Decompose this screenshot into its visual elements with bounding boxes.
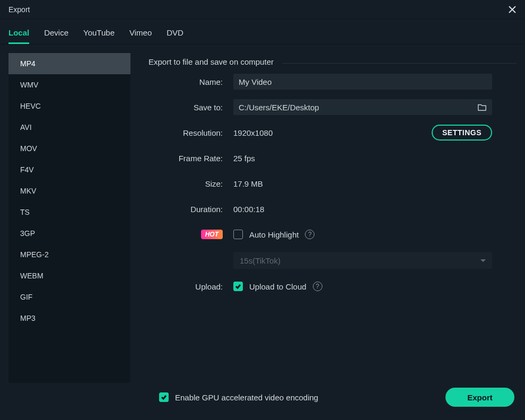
divider [282,63,517,64]
format-mp3[interactable]: MP3 [8,308,130,329]
format-hevc[interactable]: HEVC [8,95,130,117]
hot-badge: HOT [201,230,223,239]
export-button[interactable]: Export [445,388,514,407]
duration-value: 00:00:18 [233,205,264,214]
upload-cloud-label: Upload to Cloud [249,282,307,291]
format-gif[interactable]: GIF [8,286,130,308]
format-mp4[interactable]: MP4 [8,53,130,74]
format-mov[interactable]: MOV [8,138,130,159]
saveto-input[interactable] [233,99,492,115]
format-webm[interactable]: WEBM [8,265,130,286]
folder-icon[interactable] [477,102,487,112]
framerate-value: 25 fps [233,154,255,163]
format-ts[interactable]: TS [8,202,130,223]
help-icon[interactable]: ? [305,230,314,239]
name-input[interactable] [233,74,492,90]
label-name: Name: [148,77,223,86]
tab-vimeo[interactable]: Vimeo [129,28,152,44]
export-tabs: Local Device YouTube Vimeo DVD [0,19,525,45]
highlight-preset-select: 15s(TikTok) [233,252,492,269]
auto-highlight-label: Auto Highlight [249,230,299,239]
tab-dvd[interactable]: DVD [167,28,183,44]
highlight-preset-value: 15s(TikTok) [240,256,281,265]
label-size: Size: [148,179,223,188]
tab-local[interactable]: Local [8,28,29,44]
close-icon[interactable] [506,3,519,16]
label-resolution: Resolution: [148,128,223,137]
resolution-value: 1920x1080 [233,128,421,137]
export-window: Export Local Device YouTube Vimeo DVD MP… [0,0,525,420]
gpu-checkbox[interactable] [159,392,169,402]
chevron-down-icon [480,259,486,262]
titlebar: Export [0,0,525,19]
tab-youtube[interactable]: YouTube [83,28,115,44]
settings-button[interactable]: SETTINGS [432,125,492,141]
help-icon[interactable]: ? [313,282,322,291]
format-sidebar: MP4 WMV HEVC AVI MOV F4V MKV TS 3GP MPEG… [8,53,130,383]
format-mpeg2[interactable]: MPEG-2 [8,244,130,265]
format-wmv[interactable]: WMV [8,74,130,95]
section-title: Export to file and save on computer [148,53,274,74]
label-saveto: Save to: [148,103,223,112]
window-title: Export [8,5,30,14]
format-avi[interactable]: AVI [8,117,130,138]
export-form: Name: Save to: Resolution: 1920x1080 [148,74,517,294]
auto-highlight-checkbox[interactable] [233,230,243,239]
gpu-option: Enable GPU accelerated video encoding [159,392,318,402]
format-mkv[interactable]: MKV [8,180,130,202]
upload-cloud-checkbox[interactable] [233,282,243,291]
format-3gp[interactable]: 3GP [8,223,130,244]
footer: Enable GPU accelerated video encoding Ex… [0,383,525,420]
label-duration: Duration: [148,205,223,214]
label-upload: Upload: [148,282,223,291]
gpu-label: Enable GPU accelerated video encoding [175,393,318,402]
tab-device[interactable]: Device [44,28,68,44]
body: MP4 WMV HEVC AVI MOV F4V MKV TS 3GP MPEG… [0,45,525,383]
format-f4v[interactable]: F4V [8,159,130,180]
size-value: 17.9 MB [233,179,263,188]
label-framerate: Frame Rate: [148,154,223,163]
main-panel: Export to file and save on computer Name… [148,53,517,383]
